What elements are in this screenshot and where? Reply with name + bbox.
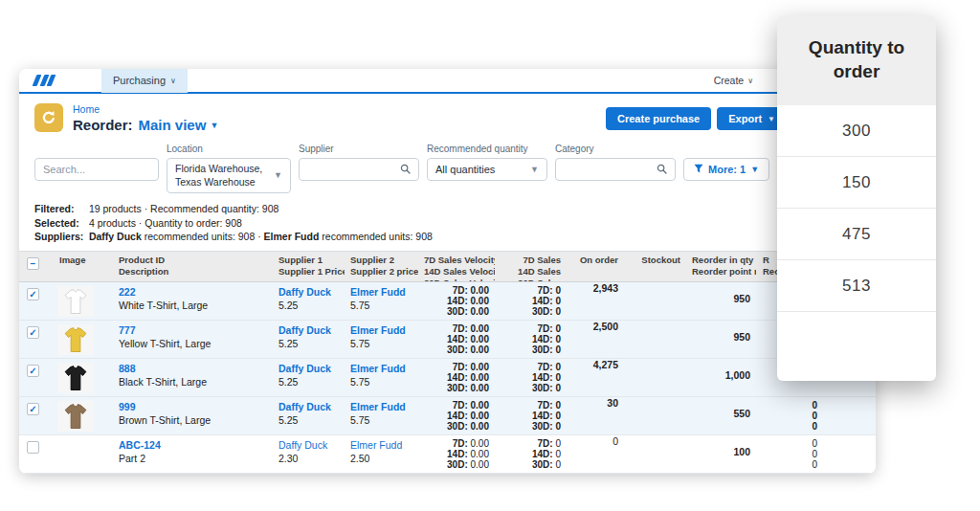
product-id-link[interactable]: ABC-124 — [119, 439, 161, 451]
sales-velocity-cell: 7D: 0.0014D: 0.0030D: 0.00 — [418, 435, 495, 473]
location-select[interactable]: Florida Warehouse, Texas Warehouse ▼ — [167, 158, 291, 193]
quantity-to-order-value: 475 — [777, 209, 936, 260]
product-description: White T-Shirt, Large — [119, 300, 267, 311]
recommended-quantity-select[interactable]: All quantities ▼ — [427, 158, 547, 181]
product-image — [57, 286, 94, 317]
create-menu[interactable]: Create ∨ — [714, 75, 753, 86]
chevron-down-icon: ▼ — [530, 165, 539, 174]
filtered-label: Filtered: — [34, 202, 86, 216]
product-id-link[interactable]: 888 — [119, 363, 136, 374]
create-purchase-label: Create purchase — [617, 113, 700, 124]
app-window: Purchasing ∨ Create ∨ Im Home — [19, 69, 876, 474]
recommended-quantity-filter: Recommended quantity All quantities ▼ — [427, 144, 547, 181]
more-filters: More: 1 ▼ — [683, 144, 769, 181]
search-input[interactable] — [43, 164, 150, 175]
supplier1-link[interactable]: Daffy Duck — [278, 401, 331, 412]
category-input[interactable] — [564, 164, 657, 175]
more-filters-button[interactable]: More: 1 ▼ — [683, 158, 769, 181]
on-order-cell: 2,943 — [567, 282, 624, 320]
supplier1-name: Daffy Duck — [89, 231, 142, 242]
supplier2-link[interactable]: Elmer Fudd — [350, 363, 406, 374]
quantity-to-order-value: 513 — [777, 260, 936, 312]
supplier2-detail: recommended units: 908 — [322, 231, 433, 242]
product-image — [57, 401, 94, 432]
row-checkbox[interactable]: ✓ — [27, 326, 39, 339]
top-nav-bar: Purchasing ∨ Create ∨ Im — [19, 69, 876, 94]
row-checkbox[interactable]: ✓ — [27, 365, 39, 377]
table-row[interactable]: ✓ 222 White T-Shirt, Large Daffy Duck 5.… — [19, 282, 876, 321]
quantity-to-order-card: Quantity to order 300150475513 — [777, 15, 936, 381]
supplier1-price: 5.25 — [278, 414, 339, 426]
breadcrumb[interactable]: Home — [73, 103, 218, 115]
supplier2-price: 5.75 — [350, 300, 412, 311]
sales-cell: 7D: 014D: 030D: 0 — [495, 359, 567, 396]
table-body: ✓ 222 White T-Shirt, Large Daffy Duck 5.… — [19, 282, 876, 474]
sales-cell: 7D: 014D: 030D: 0 — [495, 282, 567, 320]
supplier2-link[interactable]: Elmer Fudd — [350, 324, 406, 336]
product-description: Part 2 — [119, 453, 267, 464]
supplier1-link[interactable]: Daffy Duck — [278, 363, 331, 374]
supplier2-link[interactable]: Elmer Fudd — [350, 286, 406, 298]
stockout-cell — [624, 282, 686, 320]
product-id-link[interactable]: 999 — [119, 401, 136, 412]
view-picker-label: Main view — [139, 117, 207, 133]
supplier1-link[interactable]: Daffy Duck — [278, 324, 331, 336]
col-supplier2: Supplier 2Supplier 2 price — [345, 252, 418, 281]
supplier1-link[interactable]: Daffy Duck — [278, 439, 327, 451]
stockout-cell — [624, 321, 686, 358]
location-value-line1: Florida Warehouse, — [175, 163, 262, 174]
supplier-input[interactable] — [307, 164, 400, 175]
row-checkbox[interactable]: ✓ — [27, 288, 39, 300]
stockout-cell — [624, 397, 686, 434]
chevron-down-icon: ▼ — [210, 121, 218, 130]
view-picker[interactable]: Main view ▼ — [139, 117, 219, 133]
recommended-quantity-label: Recommended quantity — [427, 144, 547, 156]
search-filter — [34, 144, 159, 181]
create-menu-label: Create — [714, 75, 745, 86]
col-image: Image — [46, 252, 113, 281]
table-row[interactable]: ✓ 999 Brown T-Shirt, Large Daffy Duck 5.… — [19, 397, 876, 435]
page-header: Home Reorder: Main view ▼ Create purchas… — [19, 94, 876, 142]
chevron-down-icon: ∨ — [747, 77, 753, 85]
table-row[interactable]: ✓ 888 Black T-Shirt, Large Daffy Duck 5.… — [19, 359, 876, 397]
supplier2-price: 5.75 — [350, 414, 412, 426]
on-order-cell: 4,275 — [567, 359, 624, 396]
product-id-link[interactable]: 777 — [119, 324, 136, 336]
table-row[interactable]: ABC-124 Part 2 Daffy Duck 2.30 Elmer Fud… — [19, 435, 876, 474]
supplier1-link[interactable]: Daffy Duck — [278, 286, 331, 298]
product-image — [57, 363, 94, 393]
product-id-link[interactable]: 222 — [119, 286, 136, 298]
product-image — [57, 324, 94, 355]
search-icon — [657, 164, 667, 176]
page-title: Reorder: — [73, 117, 133, 133]
recommended-quantity-value: All quantities — [435, 164, 524, 175]
row-checkbox[interactable]: ✓ — [27, 403, 39, 415]
extra-cell: 000 — [756, 397, 823, 434]
supplier2-link[interactable]: Elmer Fudd — [350, 401, 406, 412]
supplier2-name: Elmer Fudd — [264, 231, 320, 242]
col-sales-velocity: 7D Sales Velocity14D Sales Velocity30D S… — [418, 252, 495, 281]
table-row[interactable]: ✓ 777 Yellow T-Shirt, Large Daffy Duck 5… — [19, 321, 876, 359]
summary-suppliers: Suppliers: Daffy Duck recommended units:… — [34, 230, 860, 244]
location-label: Location — [167, 144, 291, 156]
col-reorder-point-max: Reorder in qty ofReorder point max — [686, 252, 756, 281]
tshirt-icon — [61, 404, 90, 430]
product-description: Black T-Shirt, Large — [119, 376, 267, 388]
create-purchase-button[interactable]: Create purchase — [606, 107, 711, 130]
reorder-point-max-cell: 950 — [686, 321, 756, 358]
tab-purchasing[interactable]: Purchasing ∨ — [101, 69, 188, 93]
reorder-point-max-cell: 100 — [686, 435, 756, 473]
search-icon — [400, 164, 411, 176]
supplier1-price: 5.25 — [278, 300, 339, 311]
row-checkbox[interactable] — [27, 441, 39, 454]
chevron-down-icon: ▼ — [274, 170, 282, 181]
supplier2-link[interactable]: Elmer Fudd — [350, 439, 402, 451]
product-description: Yellow T-Shirt, Large — [119, 338, 267, 349]
col-product: Product IDDescription — [113, 252, 273, 281]
supplier-label: Supplier — [299, 144, 419, 156]
select-all-checkbox[interactable]: − — [27, 257, 39, 270]
summary-block: Filtered: 19 products · Recommended quan… — [19, 193, 876, 244]
sales-cell: 7D: 014D: 030D: 0 — [495, 397, 567, 434]
col-on-order: On order — [567, 252, 624, 281]
summary-selected: Selected: 4 products · Quantity to order… — [34, 216, 860, 231]
